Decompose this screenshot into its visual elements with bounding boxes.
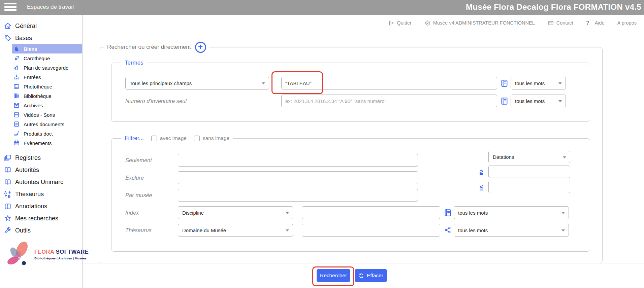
museum-label: Par musée [125,189,152,202]
sidebar-item-thesaurus[interactable]: ABThesaurus [0,188,82,200]
sidebar-item-general[interactable]: Général [0,20,82,32]
termes-section [111,63,590,122]
search-create-legend: Rechercher ou créer directement + [104,41,210,53]
museum-input[interactable] [178,189,418,202]
sidebar-nav: GénéralBases♞BiensCarothèquePlan de sauv… [0,15,82,237]
sidebar-item-plan-de-sauvegarde[interactable]: Plan de sauvegarde [12,63,82,72]
header-link-quitter[interactable]: Quitter [388,20,412,26]
sidebar-item-evenements[interactable]: Evènements [12,138,82,148]
sidebar-item-outils[interactable]: Outils [0,224,82,237]
sidebar-item-biens[interactable]: ♞Biens [12,44,82,53]
svg-text:B: B [8,194,11,199]
sidebar-item-registres[interactable]: Registres [0,152,82,164]
sidebar-item-annotations[interactable]: Annotations [0,200,82,212]
inventory-mode-select[interactable]: tous les mots [511,95,566,107]
sort-ab-icon: AB [3,190,12,198]
only-label: Seulement [125,154,152,167]
wrench-icon [3,226,12,235]
sidebar-item-bibliotheque[interactable]: Bibliothèque [12,91,82,101]
clear-button[interactable]: Effacer [355,269,387,282]
papers-icon [13,130,20,137]
header-link-contact[interactable]: Contact [548,20,573,26]
star-icon [3,214,12,222]
index-list-book-icon[interactable] [443,208,452,217]
date-from-input[interactable] [488,166,570,178]
user-icon [424,20,431,26]
only-input[interactable] [178,154,418,167]
knight-icon: ♞ [13,45,20,52]
sidebar-item-produits-doc[interactable]: Produits doc. [12,129,82,138]
terms-mode-select[interactable]: tous les mots [511,77,566,89]
with-image-checkbox[interactable] [151,136,157,141]
exclude-label: Exclure [125,171,144,184]
sidebar: GénéralBases♞BiensCarothèquePlan de sauv… [0,15,83,288]
svg-text:A: A [4,190,7,194]
open-book-icon [3,166,12,174]
sidebar-item-archives[interactable]: Archives [12,101,82,110]
sidebar-item-carotheque[interactable]: Carothèque [12,53,82,63]
home-icon [3,22,12,30]
thesaurus-select[interactable]: Domaine du Musée [178,224,293,237]
date-to-input[interactable] [488,181,570,193]
workspace-label: Espaces de travail [27,4,74,10]
tag-icon [3,34,12,42]
index-value-input[interactable] [302,206,440,219]
document-icon [13,121,20,128]
terms-input[interactable] [281,77,497,89]
mail-icon [548,20,554,26]
index-book-icon[interactable] [500,79,509,88]
sidebar-item-videos-sons[interactable]: Vidéos - Sons [12,110,82,119]
thesaurus-share-icon[interactable] [444,226,452,234]
registers-icon [3,154,12,162]
flora-logo: FLORA SOFTWARE Bibliothèques | Archives … [3,239,81,270]
actions-divider [83,263,644,263]
index-label: Index [125,206,139,219]
brand-tagline: Bibliothèques | Archives | Musées [34,256,89,260]
filter-legend: Filtrer... avec image sans image [121,135,233,142]
search-field-select[interactable]: Tous les principaux champs [125,77,269,89]
header-link-a-propos[interactable]: A propos [617,20,637,26]
sidebar-item-phototheque[interactable]: Photothèque [12,82,82,91]
thesaurus-label: Thésaurus [125,224,152,237]
with-image-checkbox-wrap[interactable]: avec image [151,135,187,141]
thesaurus-mode-select[interactable]: tous les mots [454,224,569,237]
inbox-icon [13,74,20,80]
search-button[interactable]: Rechercher [317,269,350,282]
header-link-user-account[interactable]: Musée v4 ADMINISTRATEUR FONCTIONNEL [424,20,535,26]
help-icon: ? [586,20,592,26]
create-record-button[interactable]: + [195,42,206,53]
open-book-icon [3,178,12,186]
quill-icon [13,55,20,62]
termes-legend: Termes [121,59,147,67]
header-links: QuitterMusée v4 ADMINISTRATEUR FONCTIONN… [83,15,644,31]
sidebar-item-autres-documents[interactable]: Autres documents [12,119,82,129]
image-icon [13,83,20,90]
calendar-icon [13,140,20,146]
refresh-icon [358,273,364,279]
sidebar-item-autorites-unimarc[interactable]: Autorités Unimarc [0,176,82,188]
inventory-book-icon[interactable] [500,97,509,106]
archive-icon [13,102,20,109]
inventory-input[interactable] [281,95,497,107]
sidebar-item-autorites[interactable]: Autorités [0,164,82,176]
sidebar-item-bases[interactable]: Bases [0,32,82,44]
gte-operator[interactable]: ≥ [480,168,483,175]
header-link-aide[interactable]: ?Aide [586,20,605,26]
index-mode-select[interactable]: tous les mots [454,206,569,219]
filter-legend-label[interactable]: Filtrer... [125,135,144,142]
datations-select[interactable]: Datations [488,151,570,163]
menu-icon[interactable] [4,3,17,12]
logout-icon [388,20,394,26]
books-icon [13,93,20,99]
thesaurus-value-input[interactable] [302,224,440,237]
sidebar-item-mes-recherches[interactable]: Mes recherches [0,212,82,224]
lte-operator[interactable]: ≤ [480,184,483,190]
without-image-checkbox-wrap[interactable]: sans image [194,135,229,141]
exclude-input[interactable] [178,171,418,184]
sidebar-item-entrees[interactable]: Entrées [12,72,82,82]
app-title: Musée Flora Decalog Flora FORMATION v4.5 [466,2,641,12]
without-image-checkbox[interactable] [194,136,200,141]
inventory-label: Numéro d'inventaire seul [125,95,187,107]
open-book-icon [3,202,12,210]
index-select[interactable]: Discipline [178,206,293,219]
